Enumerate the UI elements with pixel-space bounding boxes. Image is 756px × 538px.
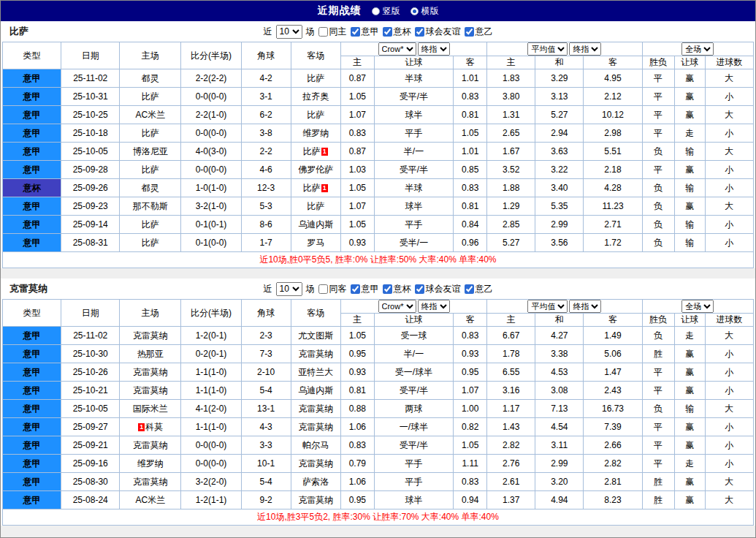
league-cell: 意甲 (3, 161, 61, 179)
avg-draw-cell: 2.99 (535, 455, 584, 473)
avg-draw-cell: 3.63 (535, 143, 584, 161)
handicap-cell: 受平/半 (374, 161, 453, 179)
filter-option[interactable]: 同客 (318, 283, 347, 295)
away-odds-cell: 0.83 (454, 179, 487, 197)
result-cell: 负 (642, 400, 674, 418)
away-team-cell: 克雷莫纳 (291, 400, 340, 418)
handicap-result-cell: 赢 (674, 345, 705, 363)
corners-cell: 2-10 (241, 363, 291, 382)
score-cell: 1-2(0-1) (181, 327, 241, 345)
match-count-select[interactable]: 10 (276, 25, 302, 39)
odds-source-group: Crow*终指 (340, 42, 486, 56)
goals-cell: 大 (705, 327, 753, 345)
corners-cell: 5-3 (241, 197, 291, 216)
avg-away-cell: 4.95 (584, 69, 642, 88)
league-cell: 意甲 (3, 382, 61, 400)
filter-option[interactable]: 意乙 (465, 283, 493, 295)
filter-option[interactable]: 意甲 (351, 283, 379, 295)
match-row: 意杯25-09-26都灵1-0(1-0)12-3比萨11.05半球0.831.8… (3, 179, 754, 197)
filter-option[interactable]: 球会友谊 (415, 283, 461, 295)
filter-option[interactable]: 意杯 (383, 283, 411, 295)
avg-away-cell: 5.51 (584, 143, 642, 161)
page-title: 近期战绩 (318, 4, 362, 18)
checkbox-icon[interactable] (415, 284, 424, 294)
date-cell: 25-09-23 (61, 197, 120, 216)
home-team-cell: 比萨 (120, 124, 181, 143)
column-header-home-team: 主场 (120, 300, 181, 327)
scope-select[interactable]: 全场 (681, 300, 714, 313)
date-cell: 25-09-14 (61, 216, 120, 234)
odds-stage-select[interactable]: 终指 (418, 300, 450, 313)
radio-horizontal[interactable]: 横版 (411, 5, 439, 18)
filter-controls: 近10场同客意甲意杯球会友谊意乙 (264, 282, 493, 296)
matches-label: 场 (306, 26, 315, 38)
league-cell: 意甲 (3, 124, 61, 143)
league-cell: 意甲 (3, 363, 61, 382)
avg-stage-select[interactable]: 终指 (569, 42, 601, 56)
checkbox-icon[interactable] (383, 27, 392, 37)
subcolumn-header-avg-away: 客 (584, 314, 642, 327)
league-cell: 意甲 (3, 455, 61, 473)
home-team-cell: 维罗纳 (120, 455, 181, 473)
away-odds-cell: 1.00 (454, 400, 487, 418)
checkbox-icon[interactable] (318, 27, 328, 37)
match-row: 意甲25-09-16维罗纳0-0(0-0)10-1克雷莫纳0.79平手1.112… (3, 455, 754, 473)
filter-option[interactable]: 意甲 (351, 26, 379, 38)
team-section-2: 克雷莫纳近10场同客意甲意杯球会友谊意乙类型日期主场比分(半场)角球客场Crow… (1, 279, 755, 526)
filter-option[interactable]: 意乙 (465, 26, 493, 38)
date-cell: 25-10-05 (61, 143, 120, 161)
scope-select[interactable]: 全场 (681, 42, 714, 56)
filter-option[interactable]: 意杯 (383, 26, 411, 38)
away-odds-cell: 0.93 (454, 345, 487, 363)
avg-stage-select[interactable]: 终指 (569, 300, 601, 313)
filter-option[interactable]: 球会友谊 (415, 26, 461, 38)
checkbox-icon[interactable] (351, 27, 360, 37)
score-cell: 3-2(2-0) (181, 473, 241, 491)
avg-draw-cell: 5.35 (535, 197, 584, 216)
match-row: 意甲25-10-25AC米兰2-2(1-0)6-2比萨1.07球半0.811.3… (3, 106, 754, 124)
handicap-cell: 两球 (374, 400, 453, 418)
league-cell: 意甲 (3, 436, 61, 455)
checkbox-icon[interactable] (318, 284, 328, 294)
checkbox-icon[interactable] (465, 284, 474, 294)
away-team-cell: 克雷莫纳 (291, 345, 340, 363)
result-cell: 负 (642, 197, 674, 216)
avg-draw-cell: 3.08 (535, 382, 584, 400)
radio-unselected-icon[interactable] (372, 7, 380, 15)
radio-vertical[interactable]: 竖版 (372, 5, 400, 18)
result-cell: 平 (642, 88, 674, 106)
match-count-select[interactable]: 10 (276, 282, 302, 296)
goals-cell: 小 (705, 179, 753, 197)
results-table: 类型日期主场比分(半场)角球客场Crow*终指平均值终指全场主让球客主和客胜负让… (2, 42, 754, 268)
league-cell: 意甲 (3, 327, 61, 345)
league-cell: 意甲 (3, 491, 61, 509)
column-header-score-halftime: 比分(半场) (181, 42, 241, 69)
home-odds-cell: 0.93 (340, 363, 374, 382)
filter-option[interactable]: 同主 (318, 26, 347, 38)
date-cell: 25-08-24 (61, 491, 120, 509)
column-header-league-type: 类型 (3, 42, 61, 69)
average-select[interactable]: 平均值 (527, 300, 568, 313)
handicap-result-cell: 赢 (674, 106, 705, 124)
league-cell: 意杯 (3, 179, 61, 197)
odds-stage-select[interactable]: 终指 (418, 42, 450, 56)
bookmaker-select[interactable]: Crow* (378, 42, 416, 56)
average-select[interactable]: 平均值 (527, 42, 568, 56)
score-cell: 4-0(3-0) (181, 143, 241, 161)
date-cell: 25-08-31 (61, 234, 120, 252)
near-label: 近 (264, 283, 272, 295)
away-team-cell: 罗马 (291, 234, 340, 252)
bookmaker-select[interactable]: Crow* (378, 300, 416, 313)
checkbox-icon[interactable] (465, 27, 474, 37)
checkbox-icon[interactable] (351, 284, 360, 294)
score-cell: 0-0(0-0) (181, 455, 241, 473)
handicap-cell: 受平/半 (374, 382, 453, 400)
away-odds-cell: 0.95 (454, 363, 487, 382)
handicap-cell: 球半 (374, 106, 453, 124)
handicap-cell: 球半 (374, 197, 453, 216)
radio-selected-icon[interactable] (411, 7, 419, 15)
home-team-cell: 博洛尼亚 (120, 143, 181, 161)
handicap-cell: 半/一 (374, 345, 453, 363)
checkbox-icon[interactable] (415, 27, 424, 37)
checkbox-icon[interactable] (383, 284, 392, 294)
